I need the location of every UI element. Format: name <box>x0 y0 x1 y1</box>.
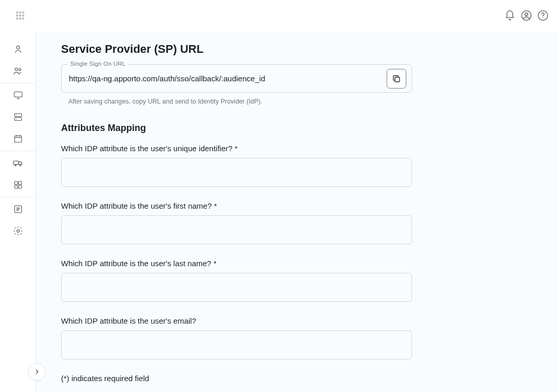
top-bar <box>0 0 559 32</box>
sidebar-expand-button[interactable] <box>28 363 46 381</box>
svg-rect-25 <box>14 181 18 184</box>
sidebar-item-settings[interactable] <box>0 220 36 242</box>
svg-rect-31 <box>395 77 400 82</box>
nav-separator <box>0 151 36 151</box>
svg-point-23 <box>14 165 16 166</box>
monitor-icon <box>13 90 23 100</box>
bell-icon[interactable] <box>504 10 516 23</box>
sso-url-label: Single Sign On URL <box>68 61 128 67</box>
svg-rect-26 <box>18 181 21 184</box>
sso-url-value: https://qa-ng.apporto.com/auth/sso/callb… <box>69 74 384 83</box>
users-group-icon <box>12 66 24 76</box>
svg-point-4 <box>20 14 21 16</box>
svg-point-8 <box>22 18 24 19</box>
sidebar-item-schedule[interactable] <box>0 128 36 150</box>
svg-point-12 <box>542 17 543 18</box>
svg-point-14 <box>15 68 18 70</box>
account-icon[interactable] <box>521 10 532 23</box>
chevron-right-icon <box>33 368 40 375</box>
truck-icon <box>12 158 24 168</box>
sidebar-item-users[interactable] <box>0 60 36 82</box>
sidebar-item-delivery[interactable] <box>0 152 36 174</box>
svg-point-13 <box>17 46 20 49</box>
email-input[interactable] <box>61 330 412 359</box>
svg-point-5 <box>22 14 24 16</box>
calendar-icon <box>13 134 23 144</box>
firstname-label: Which IDP attribute is the user's first … <box>61 201 539 210</box>
sidebar-item-user[interactable] <box>0 38 36 60</box>
nav-separator <box>0 197 36 197</box>
svg-point-10 <box>525 12 528 15</box>
svg-point-7 <box>20 18 21 19</box>
apps-icon[interactable] <box>15 10 25 22</box>
svg-point-0 <box>17 11 18 13</box>
svg-rect-22 <box>13 161 18 165</box>
user-icon <box>13 44 23 54</box>
svg-point-24 <box>19 165 21 166</box>
svg-rect-18 <box>14 118 21 121</box>
sidebar-item-servers[interactable] <box>0 106 36 128</box>
svg-point-20 <box>16 119 17 119</box>
svg-rect-16 <box>14 92 22 97</box>
sp-heading: Service Provider (SP) URL <box>61 42 539 56</box>
svg-point-2 <box>22 11 24 13</box>
svg-point-30 <box>17 230 19 233</box>
svg-point-6 <box>17 18 18 19</box>
sidebar-item-reports[interactable] <box>0 198 36 220</box>
lastname-label: Which IDP attribute is the user's last n… <box>61 259 539 268</box>
sidebar-item-desktops[interactable] <box>0 84 36 106</box>
gear-icon <box>13 226 23 236</box>
svg-rect-17 <box>14 113 21 117</box>
sidebar <box>0 32 36 392</box>
sso-url-field: Single Sign On URL https://qa-ng.apporto… <box>61 64 412 93</box>
svg-point-15 <box>19 69 21 71</box>
svg-rect-27 <box>14 185 18 188</box>
grid-icon <box>13 180 23 190</box>
sidebar-item-apps[interactable] <box>0 174 36 196</box>
copy-button[interactable] <box>387 69 406 89</box>
sso-url-helper: After saving changes, copy URL and send … <box>68 98 539 105</box>
required-note: (*) indicates required field <box>61 374 539 383</box>
svg-point-19 <box>16 115 17 115</box>
nav-separator <box>0 83 36 83</box>
mapping-heading: Attributes Mapping <box>61 123 539 134</box>
firstname-input[interactable] <box>61 215 412 244</box>
copy-icon <box>392 74 401 83</box>
main-content: Service Provider (SP) URL Single Sign On… <box>36 32 559 392</box>
uid-label: Which IDP attribute is the user's unique… <box>61 144 539 153</box>
email-label: Which IDP attribute is the user's email? <box>61 316 539 325</box>
lastname-input[interactable] <box>61 273 412 302</box>
svg-rect-21 <box>14 136 21 142</box>
svg-rect-28 <box>18 185 21 188</box>
svg-point-3 <box>17 14 18 16</box>
list-icon <box>13 204 23 214</box>
server-icon <box>13 112 23 122</box>
uid-input[interactable] <box>61 158 412 187</box>
help-icon[interactable] <box>537 10 549 23</box>
svg-point-1 <box>20 11 21 13</box>
